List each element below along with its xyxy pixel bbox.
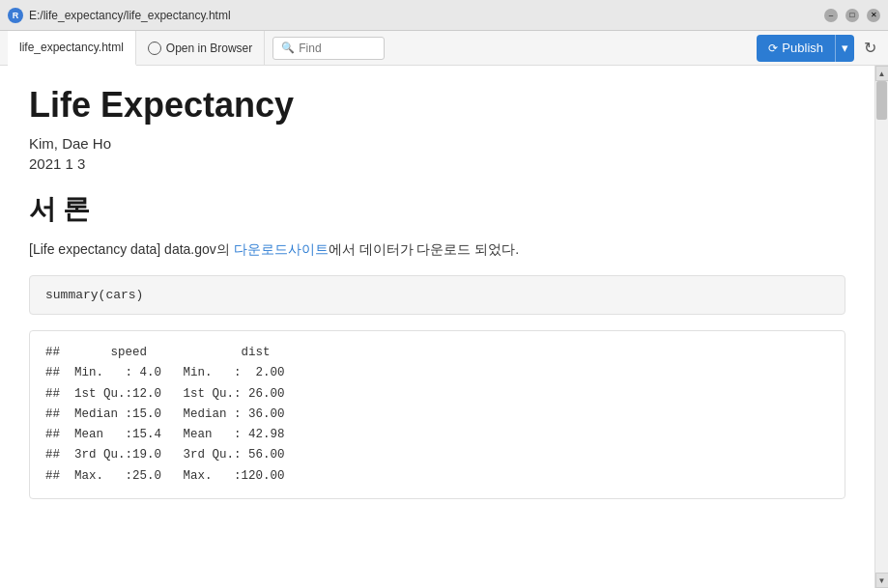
output-line: ## Median :15.0 Median : 36.00	[45, 405, 829, 425]
refresh-button[interactable]: ↻	[860, 37, 880, 59]
document-date: 2021 1 3	[29, 155, 845, 172]
intro-paragraph: [Life expectancy data] data.gov의 다운로드사이트…	[29, 239, 845, 260]
output-line: ## 1st Qu.:12.0 1st Qu.: 26.00	[45, 384, 829, 405]
title-bar: R E:/life_expectancy/life_expectancy.htm…	[0, 0, 888, 31]
scroll-up-button[interactable]: ▲	[875, 66, 889, 81]
output-line: ## Min. : 4.0 Min. : 2.00	[45, 363, 829, 383]
window-controls[interactable]: – □ ✕	[824, 9, 880, 22]
publish-dropdown-button[interactable]: ▾	[835, 35, 854, 62]
search-icon: 🔍	[281, 42, 295, 54]
code-content: summary(cars)	[45, 288, 143, 302]
output-line: ## Max. :25.0 Max. :120.00	[45, 466, 829, 487]
close-button[interactable]: ✕	[867, 9, 880, 22]
minimize-button[interactable]: –	[824, 9, 838, 22]
open-browser-label: Open in Browser	[166, 42, 252, 55]
search-box[interactable]: 🔍	[272, 37, 385, 60]
paragraph-prefix: [Life expectancy data] data.gov의	[29, 241, 234, 257]
output-line: ## 3rd Qu.:19.0 3rd Qu.: 56.00	[45, 445, 829, 465]
file-tab[interactable]: life_expectancy.html	[8, 31, 136, 66]
scrollbar[interactable]: ▲ ▼	[874, 66, 888, 588]
document-title: Life Expectancy	[29, 85, 845, 126]
output-line: ## Mean :15.4 Mean : 42.98	[45, 425, 829, 445]
scroll-track[interactable]	[875, 81, 888, 573]
app-icon: R	[8, 8, 23, 23]
data-link[interactable]: 다운로드사이트	[234, 241, 329, 257]
publish-button[interactable]: ⟳ Publish	[757, 35, 835, 62]
dropdown-arrow-icon: ▾	[842, 41, 848, 55]
refresh-icon: ↻	[864, 40, 876, 56]
document-author: Kim, Dae Ho	[29, 135, 845, 152]
code-block: summary(cars)	[29, 275, 845, 315]
publish-label: Publish	[782, 41, 823, 55]
section-heading: 서 론	[29, 191, 845, 228]
tab-label: life_expectancy.html	[19, 41, 124, 54]
open-in-browser-button[interactable]: Open in Browser	[136, 31, 265, 66]
window-path: E:/life_expectancy/life_expectancy.html	[29, 9, 824, 22]
output-block: ## speed dist ## Min. : 4.0 Min. : 2.00 …	[29, 330, 845, 499]
main-area: Life Expectancy Kim, Dae Ho 2021 1 3 서 론…	[0, 66, 888, 588]
output-line: ## speed dist	[45, 343, 829, 363]
maximize-button[interactable]: □	[845, 9, 859, 22]
paragraph-suffix: 에서 데이터가 다운로드 되었다.	[329, 241, 520, 257]
search-input[interactable]	[299, 42, 376, 55]
publish-icon: ⟳	[768, 42, 778, 55]
scroll-down-button[interactable]: ▼	[875, 573, 889, 588]
scroll-thumb[interactable]	[876, 81, 887, 120]
content-area: Life Expectancy Kim, Dae Ho 2021 1 3 서 론…	[0, 66, 874, 588]
publish-group[interactable]: ⟳ Publish ▾	[757, 35, 854, 62]
toolbar: life_expectancy.html Open in Browser 🔍 ⟳…	[0, 31, 888, 66]
browser-icon	[148, 42, 161, 55]
